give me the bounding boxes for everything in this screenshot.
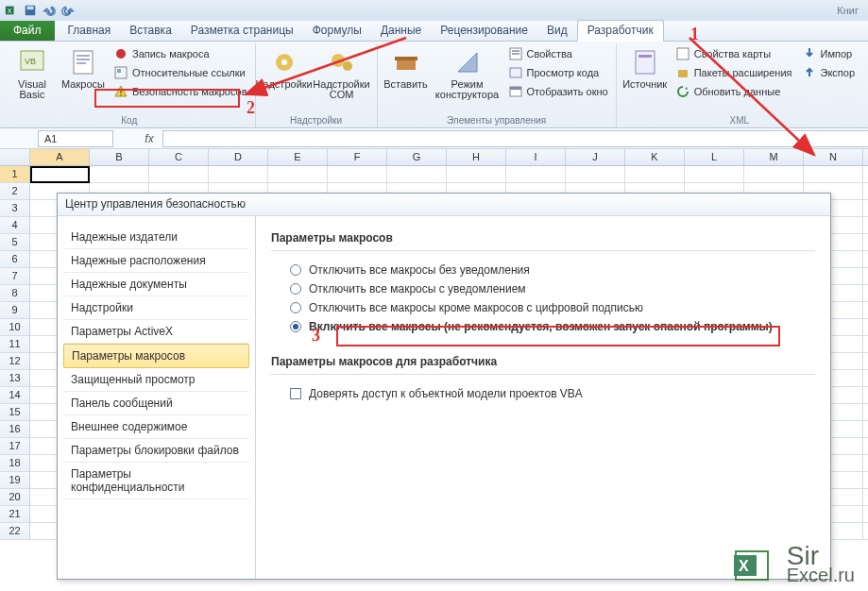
name-box[interactable] — [38, 130, 113, 147]
undo-icon[interactable] — [42, 3, 57, 18]
cell[interactable] — [90, 166, 149, 183]
cell[interactable] — [328, 166, 387, 183]
row-header[interactable]: 22 — [0, 523, 30, 540]
cell[interactable] — [268, 166, 328, 183]
map-properties-button[interactable]: Свойства карты — [673, 45, 794, 62]
visual-basic-button[interactable]: VB Visual Basic — [9, 45, 55, 100]
run-dialog-button[interactable]: Отобразить окно — [506, 83, 610, 100]
row-header[interactable]: 9 — [0, 302, 30, 319]
tab-review[interactable]: Рецензирование — [431, 21, 537, 41]
row-header[interactable]: 19 — [0, 472, 30, 489]
macro-radio-option[interactable]: Отключить все макросы без уведомления — [271, 261, 815, 279]
row-header[interactable]: 10 — [0, 319, 30, 336]
tab-developer[interactable]: Разработчик — [577, 20, 664, 42]
row-header[interactable]: 21 — [0, 506, 30, 523]
cell[interactable] — [804, 166, 863, 183]
macro-radio-option[interactable]: Отключить все макросы кроме макросов с ц… — [271, 298, 815, 317]
formula-bar[interactable] — [162, 130, 868, 147]
tab-formulas[interactable]: Формулы — [303, 21, 371, 41]
col-header[interactable]: I — [506, 149, 566, 165]
trust-vba-checkbox-row[interactable]: Доверять доступ к объектной модели проек… — [271, 384, 815, 403]
tab-data[interactable]: Данные — [371, 21, 431, 41]
com-addins-button[interactable]: Надстройки COM — [313, 45, 371, 100]
export-button[interactable]: Экспор — [800, 64, 858, 81]
trust-center-nav-item[interactable]: Внешнее содержимое — [63, 415, 249, 439]
trust-center-nav-item[interactable]: Надежные документы — [63, 273, 249, 296]
col-header[interactable]: J — [566, 149, 625, 165]
radio-icon[interactable] — [290, 283, 301, 295]
fx-icon[interactable]: fx — [142, 132, 157, 145]
cell[interactable] — [209, 166, 268, 183]
row-header[interactable]: 17 — [0, 438, 30, 455]
cell[interactable] — [566, 166, 625, 183]
col-header[interactable]: D — [209, 149, 268, 165]
design-mode-button[interactable]: Режим конструктора — [434, 45, 501, 100]
macro-security-button[interactable]: Безопасность макросов — [111, 83, 249, 100]
col-header[interactable]: F — [328, 149, 387, 165]
row-header[interactable]: 3 — [0, 200, 30, 217]
col-header[interactable]: M — [744, 149, 804, 165]
trust-center-nav-item[interactable]: Надежные издатели — [63, 226, 249, 249]
tab-file[interactable]: Файл — [0, 21, 55, 41]
row-header[interactable]: 6 — [0, 251, 30, 268]
row-header[interactable]: 20 — [0, 489, 30, 506]
trust-center-nav-item[interactable]: Надстройки — [63, 296, 249, 320]
row-header[interactable]: 1 — [0, 166, 30, 183]
row-header[interactable]: 12 — [0, 353, 30, 370]
record-macro-button[interactable]: Запись макроса — [111, 45, 249, 62]
refresh-data-button[interactable]: Обновить данные — [673, 83, 794, 100]
macro-radio-option[interactable]: Включить все макросы (не рекомендуется, … — [271, 317, 815, 336]
col-header[interactable]: H — [447, 149, 506, 165]
import-button[interactable]: Импор — [800, 45, 858, 62]
row-header[interactable]: 11 — [0, 336, 30, 353]
radio-icon[interactable] — [290, 321, 301, 332]
source-button[interactable]: Источник — [622, 45, 668, 90]
cell[interactable] — [506, 166, 566, 183]
tab-page-layout[interactable]: Разметка страницы — [181, 21, 303, 41]
tab-insert[interactable]: Вставка — [120, 21, 181, 41]
trust-center-nav-item[interactable]: Панель сообщений — [63, 392, 249, 415]
row-header[interactable]: 4 — [0, 217, 30, 234]
row-header[interactable]: 18 — [0, 455, 30, 472]
cell[interactable] — [30, 166, 90, 183]
row-header[interactable]: 13 — [0, 370, 30, 387]
col-header[interactable]: E — [268, 149, 328, 165]
properties-button[interactable]: Свойства — [506, 45, 610, 62]
trust-center-nav-item[interactable]: Защищенный просмотр — [63, 368, 249, 392]
expansion-packs-button[interactable]: Пакеты расширения — [673, 64, 794, 81]
checkbox-icon[interactable] — [290, 388, 301, 399]
cell[interactable] — [625, 166, 685, 183]
trust-center-nav-item[interactable]: Параметры макросов — [63, 344, 249, 368]
cell[interactable] — [744, 166, 804, 183]
row-header[interactable]: 15 — [0, 404, 30, 421]
col-header[interactable]: K — [625, 149, 685, 165]
tab-view[interactable]: Вид — [537, 21, 577, 41]
row-header[interactable]: 5 — [0, 234, 30, 251]
radio-icon[interactable] — [290, 302, 301, 313]
trust-center-nav-item[interactable]: Параметры конфиденциальности — [63, 463, 249, 499]
addins-button[interactable]: Надстройки — [262, 45, 307, 90]
col-header[interactable]: N — [804, 149, 863, 165]
row-header[interactable]: 16 — [0, 421, 30, 438]
macros-button[interactable]: Макросы — [60, 45, 106, 90]
row-header[interactable]: 2 — [0, 183, 30, 200]
radio-icon[interactable] — [290, 264, 301, 276]
col-header[interactable]: L — [685, 149, 744, 165]
relative-refs-button[interactable]: Относительные ссылки — [111, 64, 249, 81]
row-header[interactable]: 14 — [0, 387, 30, 404]
select-all-corner[interactable] — [0, 149, 30, 165]
cell[interactable] — [447, 166, 506, 183]
col-header[interactable]: A — [30, 149, 90, 165]
col-header[interactable]: B — [90, 149, 149, 165]
redo-icon[interactable] — [60, 3, 76, 18]
col-header[interactable]: C — [149, 149, 209, 165]
trust-center-nav-item[interactable]: Параметры блокировки файлов — [63, 439, 249, 463]
trust-center-nav-item[interactable]: Надежные расположения — [63, 249, 249, 273]
row-header[interactable]: 8 — [0, 285, 30, 302]
col-header[interactable]: G — [387, 149, 447, 165]
view-code-button[interactable]: Просмотр кода — [506, 64, 610, 81]
cell[interactable] — [387, 166, 447, 183]
tab-home[interactable]: Главная — [59, 21, 121, 41]
cell[interactable] — [685, 166, 744, 183]
macro-radio-option[interactable]: Отключить все макросы с уведомлением — [271, 279, 815, 298]
